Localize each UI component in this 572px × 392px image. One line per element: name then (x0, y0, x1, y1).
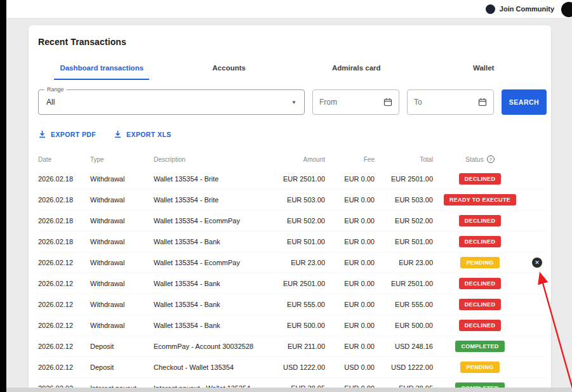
tab-dashboard-transactions[interactable]: Dashboard transactions (38, 57, 166, 80)
cell-description: Wallet 135354 - Bank (154, 322, 265, 329)
cell-fee: EUR 0.00 (325, 259, 375, 266)
download-icon (114, 130, 122, 138)
table-row: 2026.02.18WithdrawalWallet 135354 - Ecom… (38, 211, 547, 232)
cell-status: COMPLETED (433, 341, 527, 352)
status-badge: PENDING (460, 257, 499, 268)
cell-status: PENDING (433, 257, 527, 268)
cell-fee: USD 0.00 (325, 363, 375, 371)
cell-total: EUR 555.00 (375, 301, 433, 308)
cell-date: 2026.02.12 (38, 363, 90, 371)
cell-fee: EUR 0.00 (325, 343, 375, 350)
cell-date: 2026.02.18 (38, 175, 90, 183)
cell-fee: EUR 0.00 (325, 238, 375, 245)
status-badge: DECLINED (459, 278, 501, 289)
table-row: 2026.02.18WithdrawalWallet 135354 - Brit… (38, 169, 547, 190)
cell-amount: EUR 500.00 (265, 322, 325, 329)
download-icon (38, 130, 46, 138)
cell-amount: EUR 555.00 (265, 301, 325, 308)
cell-amount: EUR 502.00 (265, 217, 325, 225)
transactions-table: Date Type Description Amount Fee Total S… (38, 150, 547, 392)
search-button[interactable]: SEARCH (502, 89, 547, 115)
cell-amount: EUR 2501.00 (265, 280, 325, 287)
export-row: EXPORT PDF EXPORT XLS (38, 130, 547, 138)
cell-total: EUR 502.00 (375, 217, 433, 225)
table-row: 2026.02.12DepositEcommPay - Account 3003… (38, 336, 547, 357)
cell-total: USD 248.16 (375, 343, 433, 350)
header-status-label: Status (465, 156, 483, 163)
cell-type: Withdrawal (90, 175, 154, 183)
cell-type: Deposit (90, 363, 154, 371)
header-total: Total (375, 156, 433, 163)
tab-accounts[interactable]: Accounts (166, 57, 293, 80)
cell-status: DECLINED (433, 236, 527, 247)
tabs: Dashboard transactionsAccountsAdmirals c… (38, 57, 547, 80)
header-amount: Amount (265, 156, 325, 163)
cell-fee: EUR 0.00 (325, 196, 375, 204)
cell-status: DECLINED (433, 215, 527, 226)
table-header: Date Type Description Amount Fee Total S… (38, 150, 547, 169)
calendar-icon[interactable] (478, 98, 487, 107)
cell-date: 2026.02.18 (38, 217, 90, 225)
cell-type: Withdrawal (90, 322, 154, 329)
chevron-down-icon: ▼ (291, 100, 296, 105)
cell-fee: EUR 0.00 (325, 175, 375, 183)
cell-date: 2026.02.18 (38, 238, 90, 245)
page-title: Recent Transactions (38, 37, 547, 47)
cell-description: EcommPay - Account 30032528 (154, 343, 265, 350)
cell-date: 2026.02.12 (38, 322, 90, 329)
cell-amount: EUR 2501.00 (265, 175, 325, 183)
cell-date: 2026.02.12 (38, 259, 90, 266)
cell-total: EUR 500.00 (375, 322, 433, 329)
horizontal-scrollbar[interactable] (6, 388, 572, 392)
header-type: Type (90, 156, 154, 163)
to-date-input[interactable]: To (407, 89, 494, 115)
topbar: Join Community (6, 0, 572, 18)
table-row: 2026.02.18WithdrawalWallet 135354 - Bank… (38, 232, 547, 252)
cell-status: DECLINED (433, 278, 527, 289)
filter-bar: Range All ▼ From To SEARCH (38, 89, 547, 115)
cell-amount: EUR 211.00 (265, 343, 325, 350)
status-badge: PENDING (460, 362, 499, 373)
cell-date: 2026.02.12 (38, 343, 90, 350)
cell-date: 2026.02.12 (38, 280, 90, 287)
cell-type: Withdrawal (90, 217, 154, 225)
export-xls-button[interactable]: EXPORT XLS (114, 130, 171, 138)
cell-total: EUR 503.00 (375, 196, 433, 204)
cell-description: Wallet 135354 - Bank (154, 301, 265, 308)
from-date-input[interactable]: From (312, 89, 399, 115)
cell-status: DECLINED (433, 320, 527, 331)
header-date: Date (38, 156, 90, 163)
join-community-button[interactable]: Join Community (486, 4, 554, 14)
status-badge: COMPLETED (455, 341, 504, 352)
export-xls-label: EXPORT XLS (126, 131, 171, 138)
table-body: 2026.02.18WithdrawalWallet 135354 - Brit… (38, 169, 547, 392)
cell-cancel: ✕ (527, 258, 547, 268)
cell-description: Wallet 135354 - EcommPay (154, 259, 265, 266)
table-row: 2026.02.18WithdrawalWallet 135354 - Brit… (38, 190, 547, 211)
status-badge: DECLINED (459, 236, 501, 247)
cell-description: Wallet 135354 - Bank (154, 238, 265, 245)
cell-type: Deposit (90, 343, 154, 350)
cell-fee: EUR 0.00 (325, 280, 375, 287)
status-badge: READY TO EXECUTE (444, 194, 516, 206)
left-edge-strip (0, 0, 6, 392)
range-select[interactable]: Range All ▼ (38, 89, 305, 115)
user-avatar[interactable] (561, 2, 572, 17)
cell-fee: EUR 0.00 (325, 322, 375, 329)
cell-type: Withdrawal (90, 301, 154, 308)
cell-description: Wallet 135354 - Brite (154, 196, 265, 204)
cancel-transaction-button[interactable]: ✕ (532, 258, 542, 268)
calendar-icon[interactable] (383, 98, 392, 107)
cell-status: PENDING (433, 362, 527, 373)
recent-transactions-card: Recent Transactions Dashboard transactio… (29, 25, 551, 392)
cell-amount: EUR 503.00 (265, 196, 325, 204)
table-row: 2026.02.12WithdrawalWallet 135354 - Ecom… (38, 252, 547, 273)
tab-admirals-card[interactable]: Admirals card (293, 57, 420, 80)
tab-wallet[interactable]: Wallet (420, 57, 548, 80)
status-badge: DECLINED (459, 215, 501, 226)
cell-status: DECLINED (433, 299, 527, 310)
export-pdf-button[interactable]: EXPORT PDF (38, 130, 96, 138)
status-help-icon[interactable]: ? (487, 155, 495, 163)
cell-description: Wallet 135354 - Brite (154, 175, 265, 183)
cell-fee: EUR 0.00 (325, 217, 375, 225)
